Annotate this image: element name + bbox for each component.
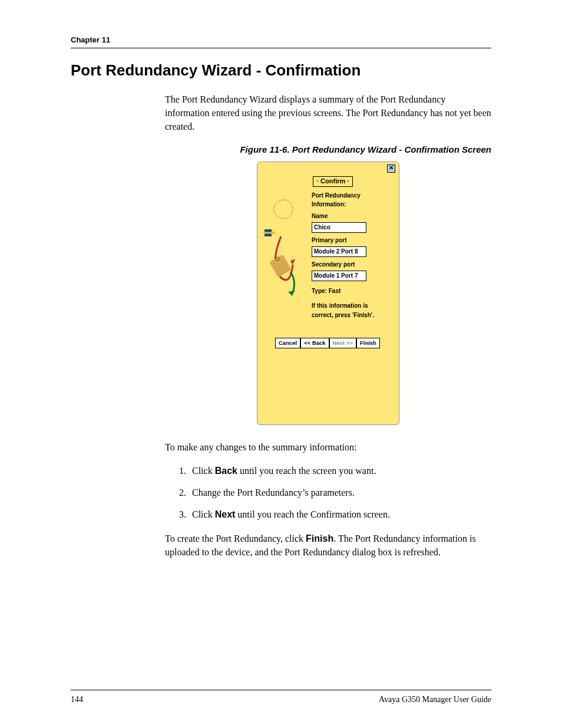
secondary-port-label: Secondary port <box>312 261 393 269</box>
back-button[interactable]: << Back <box>300 338 329 348</box>
page-title: Port Redundancy Wizard - Confirmation <box>71 61 491 80</box>
wizard-info-heading: Port Redundancy Information: <box>312 192 393 209</box>
changes-paragraph: To make any changes to the summary infor… <box>165 440 491 454</box>
secondary-port-field[interactable]: Module 1 Port 7 <box>312 271 366 282</box>
finish-button[interactable]: Finish <box>356 338 380 348</box>
svg-marker-7 <box>288 291 295 295</box>
wizard-illustration <box>263 195 303 301</box>
type-line: Type: Fast <box>312 287 393 296</box>
next-strong: Next <box>215 509 236 519</box>
chapter-label: Chapter 11 <box>71 35 491 44</box>
name-field[interactable]: Chico <box>312 222 366 233</box>
close-icon[interactable]: ✕ <box>387 164 395 173</box>
hint-line-1: If this information is <box>312 302 393 311</box>
svg-rect-5 <box>269 255 292 278</box>
footer-rule <box>71 690 491 690</box>
create-paragraph: To create the Port Redundancy, click Fin… <box>165 532 491 559</box>
finish-strong: Finish <box>306 533 333 543</box>
hint-line-2: correct, press 'Finish'. <box>312 311 393 320</box>
step-2: Change the Port Redundancy’s parameters. <box>189 486 491 499</box>
figure-caption: Figure 11-6. Port Redundancy Wizard - Co… <box>165 143 491 156</box>
svg-point-0 <box>274 200 293 219</box>
cancel-button[interactable]: Cancel <box>275 338 300 348</box>
primary-port-field[interactable]: Module 2 Port 8 <box>312 246 366 258</box>
guide-title: Avaya G350 Manager User Guide <box>379 695 491 704</box>
wizard-dialog: ✕ · Confirm · Port Redundancy Informatio… <box>257 162 399 425</box>
primary-port-label: Primary port <box>312 236 393 245</box>
next-button: Next >> <box>329 338 356 348</box>
step-1: Click Back until you reach the screen yo… <box>189 464 491 477</box>
intro-paragraph: The Port Redundancy Wizard displays a su… <box>165 93 491 134</box>
header-rule <box>71 48 491 48</box>
steps-list: Click Back until you reach the screen yo… <box>165 464 491 522</box>
svg-marker-3 <box>272 230 276 235</box>
back-strong: Back <box>215 466 237 476</box>
page-number: 144 <box>71 695 83 704</box>
svg-marker-4 <box>290 259 295 265</box>
name-label: Name <box>312 212 393 221</box>
step-3: Click Next until you reach the Confirmat… <box>189 508 491 521</box>
wizard-step-label: · Confirm · <box>313 176 353 187</box>
